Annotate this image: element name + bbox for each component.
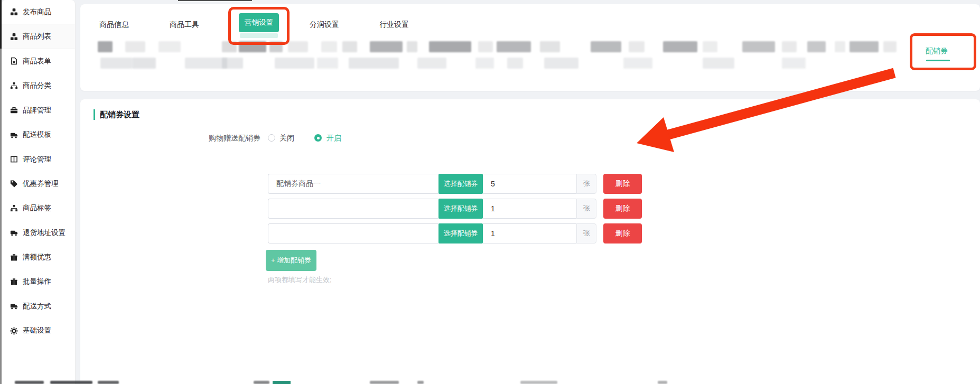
radio-on[interactable] <box>314 134 322 142</box>
tab-industry-settings[interactable]: 行业设置 <box>379 20 409 30</box>
redacted-block <box>317 58 338 69</box>
redacted-block <box>544 58 578 69</box>
redacted-subtab-row <box>80 41 980 52</box>
coupon-qty-input[interactable] <box>483 199 576 219</box>
sidebar-item-basic-settings[interactable]: 基础设置 <box>2 319 75 343</box>
redacted-block <box>370 381 399 384</box>
coupon-qty-input[interactable] <box>483 223 576 243</box>
sidebar-item-product-category[interactable]: 商品分类 <box>2 73 75 98</box>
redacted-block <box>98 381 119 384</box>
helper-text: 两项都填写才能生效; <box>268 275 332 285</box>
sidebar: 发布商品 商品列表 商品表单 商品分类 品牌管理 配送模板 评论管理 优惠券管理… <box>2 0 76 384</box>
truck-icon <box>10 302 18 310</box>
sidebar-item-product-form[interactable]: 商品表单 <box>2 49 75 73</box>
redacted-block <box>807 41 826 52</box>
redacted-block <box>417 58 446 69</box>
redacted-block <box>475 58 494 69</box>
file-icon <box>10 57 18 65</box>
cubes-icon <box>10 33 18 41</box>
redacted-block <box>835 41 845 52</box>
redacted-block <box>98 41 113 52</box>
tab-product-tools[interactable]: 商品工具 <box>170 20 199 30</box>
sidebar-item-label: 批量操作 <box>23 277 51 286</box>
coupon-product-input[interactable] <box>268 223 438 243</box>
section-title: 配销券设置 <box>100 110 139 120</box>
radio-on-label[interactable]: 开启 <box>326 134 341 143</box>
redacted-block <box>321 41 337 52</box>
subtab-distribution-coupon[interactable]: 配销券 <box>926 46 948 56</box>
unit-suffix: 张 <box>576 174 596 194</box>
sitemap-icon <box>10 204 18 212</box>
subtab-active-underline <box>926 60 950 61</box>
sidebar-item-label: 配送模板 <box>23 130 51 139</box>
tag-icon <box>10 180 18 188</box>
redacted-block <box>125 41 145 52</box>
coupon-product-input[interactable] <box>268 199 438 219</box>
coupon-row: 选择配销券 张 删除 <box>268 174 642 194</box>
sidebar-item-product-list[interactable]: 商品列表 <box>2 24 75 49</box>
redacted-block <box>883 41 897 52</box>
sitemap-icon <box>10 82 18 90</box>
sidebar-item-label: 评论管理 <box>23 155 51 164</box>
tab-marketing-settings[interactable]: 营销设置 <box>239 13 279 32</box>
redacted-block <box>703 58 734 69</box>
truck-icon <box>10 229 18 237</box>
coupon-product-input[interactable] <box>268 174 438 194</box>
tab-product-info[interactable]: 商品信息 <box>99 20 129 30</box>
gear-icon <box>10 327 18 335</box>
tab-profit-settings[interactable]: 分润设置 <box>310 20 339 30</box>
sidebar-item-review-management[interactable]: 评论管理 <box>2 147 75 171</box>
redacted-block <box>222 41 237 52</box>
redacted-block <box>658 381 667 384</box>
redacted-block <box>507 58 523 69</box>
redacted-block <box>540 41 560 52</box>
columns-icon <box>10 155 18 163</box>
redacted-block <box>158 41 181 52</box>
redacted-block <box>254 381 269 384</box>
redacted-block <box>629 41 645 52</box>
redacted-block <box>417 381 424 384</box>
redacted-block <box>370 41 403 52</box>
sidebar-item-return-address-settings[interactable]: 退货地址设置 <box>2 221 75 245</box>
sidebar-item-label: 退货地址设置 <box>23 228 66 238</box>
redacted-subtab-row <box>80 58 980 69</box>
top-cutoff-artifact <box>178 0 252 1</box>
radio-off-label[interactable]: 关闭 <box>279 134 294 143</box>
redacted-block <box>850 41 879 52</box>
sidebar-item-batch-operations[interactable]: 批量操作 <box>2 269 75 294</box>
redacted-block <box>275 58 314 69</box>
select-coupon-button[interactable]: 选择配销券 <box>438 199 483 219</box>
delete-button[interactable]: 删除 <box>603 199 642 219</box>
sidebar-item-brand-management[interactable]: 品牌管理 <box>2 98 75 123</box>
gift-icon <box>10 254 18 261</box>
redacted-block <box>50 381 92 384</box>
sidebar-item-coupon-management[interactable]: 优惠券管理 <box>2 172 75 196</box>
redacted-block <box>239 41 266 52</box>
sidebar-item-product-tags[interactable]: 商品标签 <box>2 196 75 220</box>
bottom-cutoff-content <box>0 381 980 384</box>
coupon-qty-input[interactable] <box>483 174 576 194</box>
redacted-block <box>429 41 471 52</box>
select-coupon-button[interactable]: 选择配销券 <box>438 223 483 243</box>
cubes-icon <box>10 8 18 16</box>
redacted-block <box>407 41 417 52</box>
redacted-block <box>222 58 243 69</box>
unit-suffix: 张 <box>576 223 596 243</box>
redacted-block <box>497 41 531 52</box>
sidebar-item-label: 商品表单 <box>23 57 51 66</box>
delete-button[interactable]: 删除 <box>603 174 642 194</box>
sidebar-item-full-discount[interactable]: 满额优惠 <box>2 245 75 269</box>
gift-icon <box>10 278 18 286</box>
sidebar-item-publish-product[interactable]: 发布商品 <box>2 0 75 24</box>
redacted-block <box>269 41 283 52</box>
tab-active-glow <box>240 33 278 38</box>
select-coupon-button[interactable]: 选择配销券 <box>438 174 483 194</box>
sidebar-item-label: 发布商品 <box>23 7 51 17</box>
sidebar-item-label: 基础设置 <box>23 326 51 335</box>
delete-button[interactable]: 删除 <box>603 223 642 243</box>
sidebar-item-label: 配送方式 <box>23 302 51 311</box>
add-coupon-button[interactable]: + 增加配销券 <box>266 250 316 271</box>
radio-off[interactable] <box>268 134 275 142</box>
sidebar-item-shipping-template[interactable]: 配送模板 <box>2 123 75 147</box>
sidebar-item-shipping-method[interactable]: 配送方式 <box>2 294 75 319</box>
